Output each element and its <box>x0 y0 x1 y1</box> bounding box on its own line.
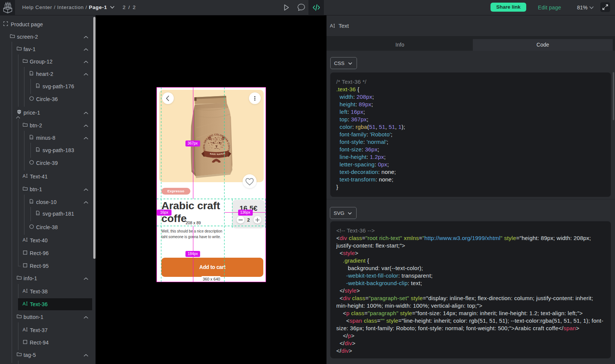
svg-text:A: A <box>23 173 26 178</box>
svg-text:A: A <box>330 23 333 29</box>
svg-text:A: A <box>23 237 26 242</box>
svg-text:A: A <box>23 288 26 293</box>
svg-text:A: A <box>23 327 26 332</box>
svg-text:A: A <box>23 301 26 306</box>
